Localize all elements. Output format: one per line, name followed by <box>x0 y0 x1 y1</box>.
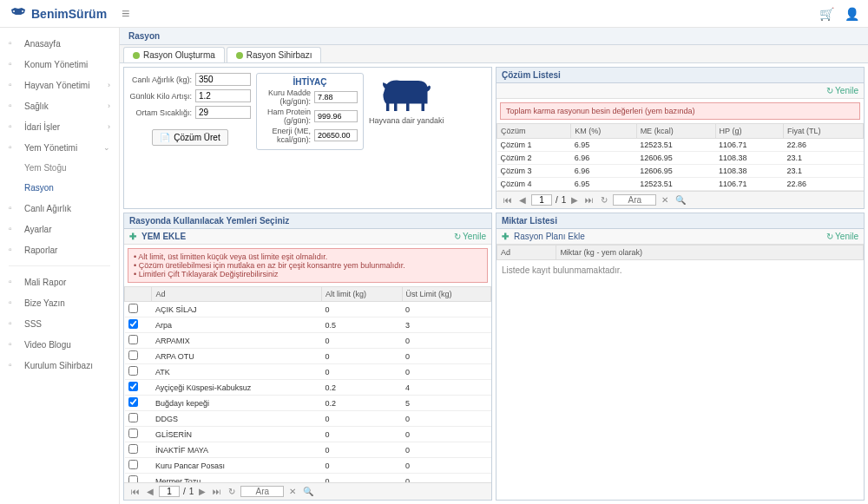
hp-input[interactable] <box>314 110 358 122</box>
feeds-warnings: • Alt limit, üst limitten küçük veya üst… <box>128 248 488 283</box>
table-row[interactable]: ARPA OTU00 <box>125 349 491 364</box>
table-row[interactable]: Ayçiçeği Küspesi-Kabuksuz0.24 <box>125 380 491 396</box>
sidebar-item[interactable]: ▫Kurulum Sihirbazı <box>0 355 119 376</box>
feed-checkbox[interactable] <box>128 413 138 422</box>
feed-checkbox[interactable] <box>128 304 138 313</box>
solutions-panel: Çözüm Listesi ↻ Yenile Toplam karma rasy… <box>496 67 865 209</box>
sidebar-item[interactable]: ▫Ayarlar <box>0 219 119 239</box>
feed-checkbox[interactable] <box>128 397 138 407</box>
sidebar-item[interactable]: ▫Hayvan Yönetimi› <box>0 75 119 95</box>
sidebar-item[interactable]: ▫Konum Yönetimi <box>0 54 119 75</box>
user-icon[interactable]: 👤 <box>845 7 859 21</box>
chevron-icon: ⌄ <box>103 143 110 152</box>
nav-icon: ▫ <box>9 318 19 329</box>
weight-input[interactable] <box>195 73 251 86</box>
search-clear-icon[interactable]: ✕ <box>287 487 298 496</box>
tab-rasyon-olusturma[interactable]: Rasyon Oluşturma <box>123 47 225 62</box>
search-clear-icon[interactable]: ✕ <box>660 195 670 205</box>
pager-last-icon[interactable]: ⏭ <box>583 195 595 205</box>
dot-icon <box>133 52 140 59</box>
chevron-icon: › <box>108 101 110 110</box>
feed-checkbox[interactable] <box>128 475 138 482</box>
hp-label: Ham Protein (g/gün): <box>262 108 311 125</box>
solve-button[interactable]: 📄Çözüm Üret <box>152 129 227 146</box>
me-input[interactable] <box>314 129 358 141</box>
table-row[interactable]: Buğdayı kepeği0.25 <box>125 396 491 411</box>
topbar: BenimSürüm ≡ 🛒 👤 <box>0 0 868 28</box>
pager-next-icon[interactable]: ▶ <box>569 195 580 205</box>
table-row[interactable]: AÇIK SİLAJ00 <box>125 302 491 317</box>
table-row[interactable]: Çözüm 16.9512523.511106.7122.86 <box>497 139 864 152</box>
cow-logo-icon <box>9 6 28 22</box>
table-row[interactable]: GLİSERİN00 <box>125 427 491 442</box>
amounts-refresh[interactable]: ↻ Yenile <box>826 232 858 241</box>
pager-refresh-icon[interactable]: ↻ <box>227 487 237 496</box>
feeds-table: AdAlt limit (kg)Üst Limit (kg)AÇIK SİLAJ… <box>124 286 491 482</box>
feeds-pager: ⏮◀ /1 ▶⏭ ↻ ✕🔍 <box>124 482 491 500</box>
pager-prev-icon[interactable]: ◀ <box>145 487 155 496</box>
amounts-head: Miktar Listesi <box>496 213 864 229</box>
pager-refresh-icon[interactable]: ↻ <box>599 195 609 205</box>
feed-checkbox[interactable] <box>128 366 138 376</box>
feed-checkbox[interactable] <box>128 382 138 391</box>
search-icon[interactable]: 🔍 <box>301 487 315 496</box>
tab-rasyon-sihirbazi[interactable]: Rasyon Sihirbazı <box>227 47 322 62</box>
pager-page-input[interactable] <box>159 486 180 497</box>
pager-page-input[interactable] <box>531 194 552 206</box>
feed-checkbox[interactable] <box>128 350 138 360</box>
table-row[interactable]: ATK00 <box>125 364 491 380</box>
temp-input[interactable] <box>195 106 251 119</box>
sidebar-item[interactable]: ▫Canlı Ağırlık <box>0 198 119 219</box>
sidebar-item[interactable]: Yem Stoğu <box>0 158 119 178</box>
pager-last-icon[interactable]: ⏭ <box>211 487 223 496</box>
sidebar-item[interactable]: ▫Mali Rapor <box>0 272 119 292</box>
sidebar-item[interactable]: Rasyon <box>0 178 119 198</box>
sidebar-item[interactable]: ▫İdari İşler› <box>0 116 119 137</box>
search-icon[interactable]: 🔍 <box>674 195 687 205</box>
table-row[interactable]: Çözüm 36.9612606.951108.3823.1 <box>497 165 864 178</box>
sidebar-item[interactable]: ▫Anasayfa <box>0 33 119 54</box>
table-row[interactable]: Arpa0.53 <box>125 317 491 333</box>
pager-prev-icon[interactable]: ◀ <box>517 195 528 205</box>
cart-icon[interactable]: 🛒 <box>819 7 834 21</box>
needs-heading: İHTİYAÇ <box>262 77 358 87</box>
table-row[interactable]: Mermer Tozu00 <box>125 474 491 483</box>
sidebar-item[interactable]: ▫Video Blogu <box>0 334 119 355</box>
add-feed-button[interactable]: YEM EKLE <box>141 232 186 241</box>
plus-icon: ✚ <box>502 232 509 241</box>
sidebar-item[interactable]: ▫Bize Yazın <box>0 292 119 313</box>
dm-input[interactable] <box>314 91 358 103</box>
sidebar-item[interactable]: ▫Yem Yönetimi⌄ <box>0 137 119 158</box>
nav-icon: ▫ <box>9 224 19 234</box>
pager-first-icon[interactable]: ⏮ <box>502 195 514 205</box>
feed-checkbox[interactable] <box>128 335 138 344</box>
feeds-refresh[interactable]: ↻ Yenile <box>454 232 486 241</box>
add-plan-button[interactable]: Rasyon Planı Ekle <box>514 232 585 241</box>
table-row[interactable]: Çözüm 26.9612606.951108.3823.1 <box>497 152 864 165</box>
solutions-refresh[interactable]: ↻ Yenile <box>826 86 858 95</box>
feed-checkbox[interactable] <box>128 319 138 329</box>
feed-checkbox[interactable] <box>128 444 138 454</box>
brand-logo[interactable]: BenimSürüm <box>9 6 113 22</box>
table-row[interactable]: Çözüm 46.9512523.511106.7122.86 <box>497 178 864 191</box>
table-row[interactable]: ARPAMIX00 <box>125 333 491 349</box>
sidebar-item[interactable]: ▫Sağlık› <box>0 95 119 116</box>
pager-first-icon[interactable]: ⏮ <box>129 487 141 496</box>
nav-icon: ▫ <box>9 142 19 153</box>
nav-icon: ▫ <box>9 38 19 49</box>
table-row[interactable]: İNAKTİF MAYA00 <box>125 442 491 458</box>
chevron-icon: › <box>108 122 110 131</box>
sidebar-item[interactable]: ▫SSS <box>0 313 119 334</box>
table-row[interactable]: DDGS00 <box>125 411 491 427</box>
gain-input[interactable] <box>195 89 251 102</box>
table-row[interactable]: Kuru Pancar Posası00 <box>125 458 491 474</box>
feed-checkbox[interactable] <box>128 460 138 469</box>
sidebar-item[interactable]: ▫Raporlar <box>0 239 119 260</box>
svg-point-0 <box>13 10 15 12</box>
solutions-search-input[interactable] <box>613 194 656 206</box>
feed-checkbox[interactable] <box>128 429 138 438</box>
temp-label: Ortam Sıcaklığı: <box>129 108 192 117</box>
pager-next-icon[interactable]: ▶ <box>197 487 207 496</box>
feeds-search-input[interactable] <box>240 486 284 497</box>
menu-toggle-icon[interactable]: ≡ <box>122 6 129 22</box>
